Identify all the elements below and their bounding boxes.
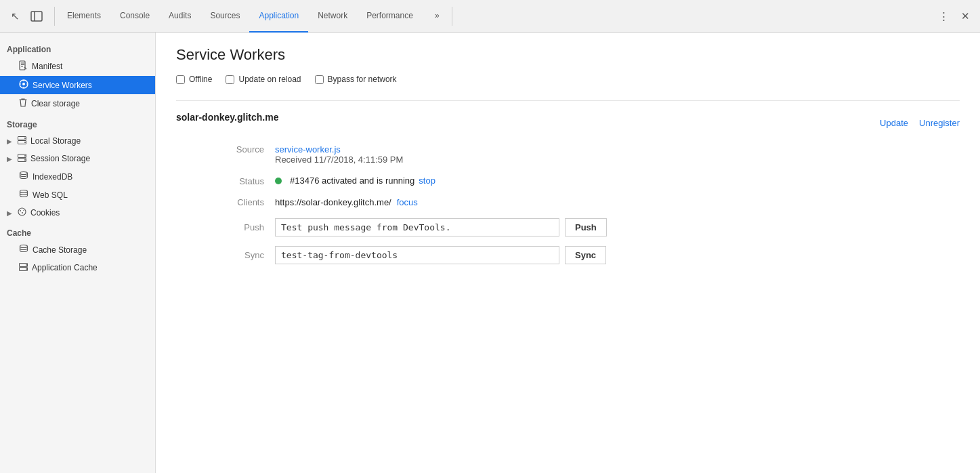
close-button[interactable]: ✕ xyxy=(956,7,975,26)
cookies-arrow: ▶ xyxy=(7,209,12,217)
clear-storage-label: Clear storage xyxy=(31,99,80,108)
sync-label: Sync xyxy=(217,250,264,260)
cookies-label: Cookies xyxy=(30,208,60,218)
application-cache-label: Application Cache xyxy=(32,263,98,272)
main-layout: Application Manifest Service Workers Cle… xyxy=(0,33,980,473)
sidebar: Application Manifest Service Workers Cle… xyxy=(0,33,156,473)
offline-checkbox-label[interactable]: Offline xyxy=(176,75,212,84)
svg-point-14 xyxy=(24,138,26,139)
cache-storage-label: Cache Storage xyxy=(33,245,87,255)
source-row: Source service-worker.js Received 11/7/2… xyxy=(176,144,960,165)
push-label: Push xyxy=(217,222,264,232)
sidebar-cache-section: Cache xyxy=(0,222,155,241)
indexeddb-label: IndexedDB xyxy=(33,172,72,182)
tab-network[interactable]: Network xyxy=(308,0,357,33)
page-title: Service Workers xyxy=(176,46,960,64)
cursor-tool-button[interactable]: ↖ xyxy=(5,7,24,26)
tab-performance[interactable]: Performance xyxy=(357,0,423,33)
menu-button[interactable]: ⋮ xyxy=(934,7,953,26)
sidebar-item-clear-storage[interactable]: Clear storage xyxy=(0,94,155,113)
bypass-for-network-checkbox[interactable] xyxy=(315,75,324,84)
tab-audits[interactable]: Audits xyxy=(159,0,200,33)
source-value: service-worker.js Received 11/7/2018, 4:… xyxy=(275,144,403,165)
cache-storage-icon xyxy=(19,244,28,255)
sidebar-storage-section: Storage xyxy=(0,113,155,132)
sidebar-item-indexeddb[interactable]: IndexedDB xyxy=(0,167,155,186)
update-link[interactable]: Update xyxy=(880,118,908,128)
clients-url: https://solar-donkey.glitch.me/ xyxy=(275,197,391,207)
svg-point-26 xyxy=(20,245,28,248)
sidebar-item-cache-storage[interactable]: Cache Storage xyxy=(0,241,155,259)
clients-label: Clients xyxy=(217,197,264,207)
received-value: Received 11/7/2018, 4:11:59 PM xyxy=(275,155,403,165)
toolbar-right-divider xyxy=(452,7,452,26)
svg-point-29 xyxy=(26,264,27,266)
update-on-reload-label: Update on reload xyxy=(238,75,301,84)
sidebar-item-session-storage[interactable]: ▶ Session Storage xyxy=(0,150,155,167)
svg-rect-0 xyxy=(31,12,42,21)
svg-point-20 xyxy=(20,172,28,175)
mobile-toggle-button[interactable] xyxy=(27,7,46,26)
service-workers-label: Service Workers xyxy=(33,81,92,90)
content-panel: Service Workers Offline Update on reload… xyxy=(156,33,980,473)
unregister-link[interactable]: Unregister xyxy=(919,118,960,128)
status-dot xyxy=(275,178,282,184)
update-on-reload-checkbox[interactable] xyxy=(226,75,234,84)
toolbar: ↖ Elements Console Audits Sources Applic… xyxy=(0,0,980,33)
bypass-for-network-checkbox-label[interactable]: Bypass for network xyxy=(315,75,397,84)
tab-elements[interactable]: Elements xyxy=(58,0,110,33)
push-input[interactable] xyxy=(275,218,559,236)
svg-point-18 xyxy=(24,155,26,157)
sidebar-item-cookies[interactable]: ▶ Cookies xyxy=(0,204,155,222)
status-row: Status #13476 activated and is running s… xyxy=(176,176,960,186)
sw-domain: solar-donkey.glitch.me xyxy=(176,112,278,123)
clients-row: Clients https://solar-donkey.glitch.me/ … xyxy=(176,197,960,207)
push-row: Push Push xyxy=(176,218,960,236)
source-label: Source xyxy=(217,144,264,155)
svg-point-15 xyxy=(24,142,26,143)
svg-point-22 xyxy=(18,208,26,215)
web-sql-label: Web SQL xyxy=(33,190,68,200)
web-sql-icon xyxy=(19,189,28,201)
stop-link[interactable]: stop xyxy=(419,176,435,186)
source-link[interactable]: service-worker.js xyxy=(275,144,341,155)
status-label: Status xyxy=(217,176,264,186)
focus-link[interactable]: focus xyxy=(397,197,418,207)
offline-checkbox[interactable] xyxy=(176,75,185,84)
push-button[interactable]: Push xyxy=(565,218,607,236)
tab-sources[interactable]: Sources xyxy=(200,0,249,33)
sync-row: Sync Sync xyxy=(176,246,960,264)
svg-point-7 xyxy=(22,83,25,85)
toolbar-right-actions: ⋮ ✕ xyxy=(934,7,975,26)
svg-point-23 xyxy=(20,210,21,211)
tab-application[interactable]: Application xyxy=(249,0,308,33)
status-text: #13476 activated and is running xyxy=(290,176,414,186)
session-storage-arrow: ▶ xyxy=(7,155,12,163)
local-storage-arrow: ▶ xyxy=(7,138,12,145)
toolbar-divider xyxy=(54,7,55,26)
status-value: #13476 activated and is running stop xyxy=(275,176,435,186)
clients-value: https://solar-donkey.glitch.me/ focus xyxy=(275,197,418,207)
sync-input[interactable] xyxy=(275,246,559,264)
sync-button[interactable]: Sync xyxy=(565,246,606,264)
sidebar-item-application-cache[interactable]: Application Cache xyxy=(0,259,155,276)
indexeddb-icon xyxy=(19,171,28,182)
update-on-reload-checkbox-label[interactable]: Update on reload xyxy=(226,75,301,84)
manifest-label: Manifest xyxy=(32,62,62,71)
sidebar-item-manifest[interactable]: Manifest xyxy=(0,57,155,76)
manifest-icon xyxy=(19,60,28,73)
tab-more-button[interactable]: » xyxy=(425,0,449,33)
svg-point-19 xyxy=(24,159,26,161)
service-worker-entry: solar-donkey.glitch.me Update Unregister… xyxy=(176,100,960,264)
sidebar-item-local-storage[interactable]: ▶ Local Storage xyxy=(0,132,155,150)
svg-point-24 xyxy=(22,212,23,213)
svg-point-21 xyxy=(20,190,28,193)
toolbar-icons: ↖ xyxy=(5,7,46,26)
tab-console[interactable]: Console xyxy=(110,0,159,33)
sidebar-item-service-workers[interactable]: Service Workers xyxy=(0,76,155,94)
svg-point-25 xyxy=(23,210,24,211)
sidebar-item-web-sql[interactable]: Web SQL xyxy=(0,186,155,204)
local-storage-icon xyxy=(18,136,26,146)
clear-storage-icon xyxy=(19,98,27,110)
toolbar-tabs: Elements Console Audits Sources Applicat… xyxy=(58,0,449,33)
